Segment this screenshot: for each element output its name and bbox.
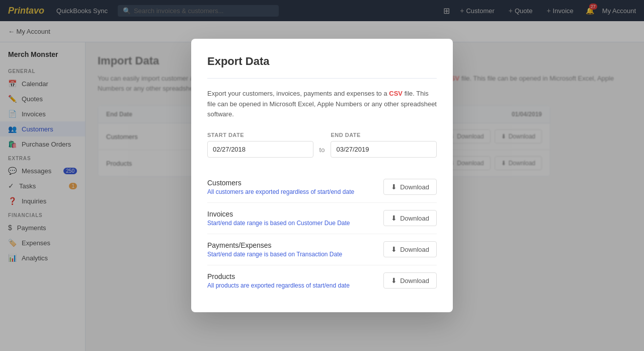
- download-icon: ⬇: [391, 183, 397, 191]
- export-item-note: All customers are exported regardless of…: [207, 188, 354, 195]
- download-icon: ⬇: [391, 276, 397, 285]
- modal-description: Export your customers, invoices, payment…: [207, 89, 437, 120]
- export-item-note: All products are exported regardless of …: [207, 282, 350, 289]
- download-icon: ⬇: [391, 214, 397, 222]
- start-date-input[interactable]: [207, 141, 313, 158]
- export-item-name: Payments/Expenses: [207, 241, 342, 249]
- export-item-name: Products: [207, 272, 350, 280]
- export-customers-download-button[interactable]: ⬇ Download: [383, 179, 437, 195]
- modal-overlay[interactable]: Export Data Export your customers, invoi…: [0, 0, 644, 351]
- export-item-note: Start/end date range is based on Custome…: [207, 220, 350, 227]
- export-item-note: Start/end date range is based on Transac…: [207, 251, 342, 258]
- export-item-customers: Customers All customers are exported reg…: [207, 172, 437, 203]
- date-range-row: Start Date to End Date: [207, 132, 437, 158]
- date-separator: to: [319, 146, 325, 154]
- end-date-label: End Date: [331, 132, 437, 138]
- modal-title: Export Data: [207, 55, 437, 68]
- modal-csv-highlight: CSV: [389, 90, 403, 97]
- download-icon: ⬇: [391, 245, 397, 253]
- export-item-payments-expenses: Payments/Expenses Start/end date range i…: [207, 234, 437, 265]
- export-item-products: Products All products are exported regar…: [207, 265, 437, 296]
- end-date-input[interactable]: [331, 141, 437, 158]
- export-item-name: Customers: [207, 179, 354, 187]
- export-invoices-download-button[interactable]: ⬇ Download: [383, 210, 437, 226]
- end-date-group: End Date: [331, 132, 437, 158]
- export-item-invoices: Invoices Start/end date range is based o…: [207, 203, 437, 234]
- export-items-list: Customers All customers are exported reg…: [207, 172, 437, 296]
- export-item-name: Invoices: [207, 210, 350, 218]
- export-payments-download-button[interactable]: ⬇ Download: [383, 241, 437, 257]
- start-date-group: Start Date: [207, 132, 313, 158]
- start-date-label: Start Date: [207, 132, 313, 138]
- modal-divider: [207, 78, 437, 79]
- export-products-download-button[interactable]: ⬇ Download: [383, 272, 437, 289]
- export-modal: Export Data Export your customers, invoi…: [191, 39, 453, 312]
